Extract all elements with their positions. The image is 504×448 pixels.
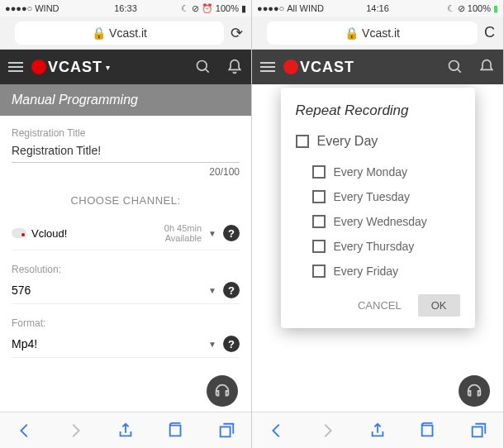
forward-button[interactable]: [66, 422, 84, 440]
safari-toolbar: [252, 412, 503, 448]
bell-icon[interactable]: [226, 59, 243, 75]
cloud-icon: [12, 228, 26, 238]
status-right: ☾ ⊘ ⏰ 100% ▮: [181, 3, 246, 14]
app-header: VCAST: [252, 50, 503, 84]
bell-icon[interactable]: [478, 59, 495, 75]
url-box[interactable]: 🔒 Vcast.it: [267, 21, 478, 45]
back-button[interactable]: [16, 422, 34, 440]
checkbox[interactable]: [312, 265, 326, 278]
battery-icon: ▮: [493, 3, 498, 14]
lock-icon: 🔒: [345, 26, 359, 40]
title-input[interactable]: Registration Title!: [12, 144, 240, 163]
menu-button[interactable]: [8, 62, 23, 72]
day-row[interactable]: Every Thursday: [312, 240, 460, 253]
chevron-down-icon[interactable]: ▼: [208, 229, 216, 238]
menu-button[interactable]: [260, 62, 275, 72]
battery-percent: 100%: [216, 3, 239, 13]
day-label: Every Friday: [334, 265, 399, 278]
share-button[interactable]: [368, 422, 387, 440]
logo-dot-icon: [283, 60, 298, 74]
battery-icon: ▮: [241, 3, 246, 14]
cancel-button[interactable]: CANCEL: [351, 294, 408, 317]
browser-bar: 🔒 Vcast.it ⟳: [0, 17, 251, 50]
status-left: ●●●●○ All WIND: [257, 3, 324, 13]
forward-button[interactable]: [318, 422, 336, 440]
battery-percent: 100%: [468, 3, 491, 13]
lock-icon: 🔒: [92, 26, 106, 40]
app-header: VCAST ▾: [0, 50, 251, 84]
every-day-row[interactable]: Every Day: [296, 134, 460, 149]
day-label: Every Monday: [334, 165, 407, 179]
page-title: Manual Programming: [0, 84, 251, 116]
signal-icon: ●●●●○: [5, 3, 32, 13]
svg-point-3: [449, 61, 459, 71]
refresh-icon[interactable]: ⟳: [231, 24, 243, 42]
status-left: ●●●●○ WIND: [5, 3, 59, 13]
bookmarks-button[interactable]: [419, 422, 437, 440]
bookmarks-button[interactable]: [167, 422, 185, 440]
carrier-label: All WIND: [287, 3, 324, 13]
signal-icon: ●●●●○: [257, 3, 284, 13]
support-button[interactable]: [207, 375, 238, 407]
help-icon[interactable]: ?: [223, 336, 240, 352]
share-button[interactable]: [116, 422, 135, 440]
checkbox[interactable]: [312, 215, 326, 228]
resolution-label: Resolution:: [12, 264, 240, 275]
carrier-label: WIND: [35, 3, 59, 13]
channel-row[interactable]: Vcloud! 0h 45min Available ▼ ?: [12, 217, 240, 250]
logo-caret: ▾: [106, 63, 110, 72]
back-button[interactable]: [268, 422, 286, 440]
day-row[interactable]: Every Monday: [312, 165, 460, 179]
status-bar: ●●●●○ WIND 16:33 ☾ ⊘ ⏰ 100% ▮: [0, 0, 251, 17]
resolution-value: 576: [12, 284, 208, 297]
available-label: 0h 45min Available: [164, 223, 202, 243]
tabs-button[interactable]: [469, 422, 487, 440]
day-row[interactable]: Every Wednesday: [312, 215, 460, 228]
checkbox[interactable]: [312, 190, 326, 203]
url-box[interactable]: 🔒 Vcast.it: [15, 21, 224, 45]
every-day-label: Every Day: [317, 134, 378, 149]
url-text: Vcast.it: [362, 26, 400, 40]
day-row[interactable]: Every Friday: [312, 265, 460, 278]
ok-button[interactable]: OK: [418, 294, 460, 317]
title-label: Registration Title: [12, 127, 240, 139]
clock: 14:16: [366, 3, 389, 13]
day-label: Every Thursday: [334, 240, 415, 253]
modal-title: Repeat Recording: [296, 102, 460, 119]
checkbox[interactable]: [312, 165, 326, 179]
svg-point-0: [197, 61, 207, 71]
support-button[interactable]: [459, 375, 490, 407]
chevron-down-icon[interactable]: ▼: [208, 286, 216, 295]
status-icons: ☾ ⊘ ⏰: [181, 3, 213, 14]
format-block: Format: Mp4! ▼ ?: [12, 317, 240, 358]
day-label: Every Tuesday: [334, 190, 411, 203]
title-field-block: Registration Title Registration Title! 2…: [12, 127, 240, 178]
checkbox[interactable]: [312, 240, 326, 253]
resolution-select[interactable]: 576 ▼ ?: [12, 280, 240, 304]
chevron-down-icon[interactable]: ▼: [208, 340, 216, 349]
logo-text: VCAST: [300, 59, 354, 76]
search-icon[interactable]: [195, 59, 212, 75]
phone-left: ●●●●○ WIND 16:33 ☾ ⊘ ⏰ 100% ▮ 🔒 Vcast.it…: [0, 0, 252, 448]
url-text: Vcast.it: [109, 26, 147, 40]
search-icon[interactable]: [447, 59, 464, 75]
tabs-button[interactable]: [217, 422, 235, 440]
day-row[interactable]: Every Tuesday: [312, 190, 460, 203]
format-value: Mp4!: [12, 337, 208, 350]
safari-toolbar: [0, 412, 251, 448]
logo-dot-icon: [31, 60, 46, 74]
logo: VCAST ▾: [31, 59, 110, 76]
modal-actions: CANCEL OK: [296, 294, 460, 317]
format-select[interactable]: Mp4! ▼ ?: [12, 334, 240, 358]
choose-channel-label: CHOOSE CHANNEL:: [12, 194, 240, 207]
status-bar: ●●●●○ All WIND 14:16 ☾ ⊘ 100% ▮: [252, 0, 503, 17]
help-icon[interactable]: ?: [223, 225, 240, 241]
char-counter: 20/100: [12, 166, 240, 178]
day-label: Every Wednesday: [334, 215, 427, 228]
refresh-icon[interactable]: C: [484, 24, 495, 41]
checkbox[interactable]: [296, 135, 309, 148]
help-icon[interactable]: ?: [223, 282, 240, 298]
logo: VCAST: [283, 59, 354, 76]
svg-line-1: [206, 69, 209, 73]
channel-name: Vcloud!: [31, 227, 67, 240]
